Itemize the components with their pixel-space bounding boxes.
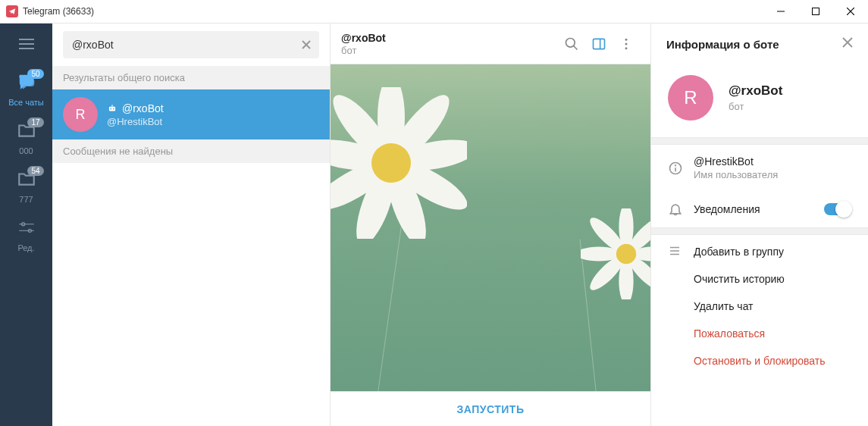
avatar: R (63, 97, 98, 132)
svg-rect-1 (813, 8, 819, 15)
svg-point-14 (110, 108, 111, 109)
divider (651, 137, 868, 145)
info-panel: Информация о боте R @rxoBot бот @Hrestik… (651, 23, 868, 426)
folder-badge: 17 (27, 117, 43, 127)
close-icon (302, 40, 311, 49)
chats-icon: 50 (17, 72, 36, 93)
search-input[interactable] (63, 31, 319, 58)
svg-point-47 (675, 164, 676, 165)
sidepanel-icon (591, 36, 606, 52)
svg-point-33 (371, 143, 411, 183)
folder-icon: 54 (17, 169, 36, 190)
folder-label: Ред. (17, 243, 34, 252)
window-minimize-button[interactable] (763, 0, 798, 23)
close-info-panel-button[interactable] (842, 37, 853, 51)
username-value: @HrestikBot (694, 155, 851, 168)
add-to-group-button[interactable]: Добавить в группу (651, 235, 868, 265)
chat-subtitle: бот (341, 45, 558, 56)
bell-icon (668, 202, 694, 217)
menu-button[interactable] (0, 23, 52, 64)
window-maximize-button[interactable] (798, 0, 833, 23)
info-icon (668, 161, 694, 176)
profile-name: @rxoBot (729, 83, 782, 99)
folder-777[interactable]: 54 777 (0, 161, 52, 210)
svg-point-17 (566, 38, 575, 47)
result-subtitle: @HrestikBot (107, 116, 164, 127)
folder-label: 777 (19, 195, 33, 204)
profile-sub: бот (729, 101, 782, 112)
info-panel-title: Информация о боте (666, 38, 842, 51)
folder-rail: 50 Все чаты 17 000 54 777 Ред. (0, 23, 52, 426)
chat-menu-button[interactable] (613, 36, 640, 52)
action-label: Удалить чат (694, 300, 754, 312)
chat-column: @rxoBot бот (331, 23, 651, 426)
chat-background (331, 64, 650, 391)
report-button[interactable]: Пожаловаться (651, 320, 868, 347)
chat-title: @rxoBot (341, 32, 558, 44)
divider (651, 227, 868, 235)
action-label: Остановить и блокировать (694, 355, 826, 367)
action-label: Добавить в группу (694, 246, 784, 258)
svg-point-23 (625, 47, 628, 49)
bot-icon (107, 103, 118, 114)
list-icon (668, 244, 682, 260)
window-close-button[interactable] (833, 0, 868, 23)
result-title: @rxoBot (122, 102, 164, 114)
folder-label: Все чаты (8, 98, 44, 107)
delete-chat-button[interactable]: Удалить чат (651, 293, 868, 320)
svg-point-42 (616, 244, 636, 264)
search-icon (564, 36, 579, 52)
username-label: Имя пользователя (694, 169, 851, 180)
action-label: Пожаловаться (694, 327, 765, 340)
svg-rect-13 (109, 106, 115, 111)
more-vertical-icon (619, 36, 634, 52)
app-icon (6, 5, 18, 17)
svg-point-22 (625, 42, 628, 45)
folder-label: 000 (19, 146, 33, 155)
action-label: Очистить историю (694, 273, 785, 285)
chat-header: @rxoBot бот (331, 23, 650, 64)
search-result-item[interactable]: R @rxoBot @HrestikBot (52, 89, 330, 139)
close-icon (842, 37, 853, 48)
svg-line-18 (574, 45, 578, 49)
chat-title-block[interactable]: @rxoBot бот (341, 32, 558, 56)
background-flower (331, 87, 467, 239)
start-bot-button[interactable]: ЗАПУСТИТЬ (331, 391, 650, 426)
folder-icon: 17 (17, 121, 36, 142)
clear-history-button[interactable]: Очистить историю (651, 265, 868, 293)
svg-rect-19 (594, 39, 605, 49)
avatar[interactable]: R (668, 75, 713, 121)
search-in-chat-button[interactable] (558, 36, 585, 52)
folder-badge: 54 (27, 166, 43, 176)
toggle-sidepanel-button[interactable] (585, 36, 613, 52)
folder-000[interactable]: 17 000 (0, 113, 52, 161)
svg-point-15 (113, 108, 114, 109)
folder-badge: 50 (27, 69, 43, 79)
notifications-row[interactable]: Уведомления (651, 191, 868, 227)
svg-point-21 (625, 38, 628, 40)
folder-edit[interactable]: Ред. (0, 210, 52, 258)
search-section-global: Результаты общего поиска (52, 66, 330, 89)
settings-sliders-icon (17, 218, 36, 239)
stop-block-button[interactable]: Остановить и блокировать (651, 347, 868, 374)
folder-all-chats[interactable]: 50 Все чаты (0, 64, 52, 113)
window-title: Telegram (36633) (23, 6, 94, 17)
window-titlebar: Telegram (36633) (0, 0, 868, 23)
notifications-label: Уведомления (694, 203, 824, 215)
chat-list-column: Результаты общего поиска R @rxoBot @Hres… (52, 23, 331, 426)
search-section-nomessages: Сообщения не найдены (52, 139, 330, 163)
username-row[interactable]: @HrestikBot Имя пользователя (651, 145, 868, 191)
profile-block: R @rxoBot бот (651, 64, 868, 137)
notifications-toggle[interactable] (824, 203, 851, 215)
clear-search-button[interactable] (299, 38, 313, 52)
background-flower (581, 208, 650, 299)
